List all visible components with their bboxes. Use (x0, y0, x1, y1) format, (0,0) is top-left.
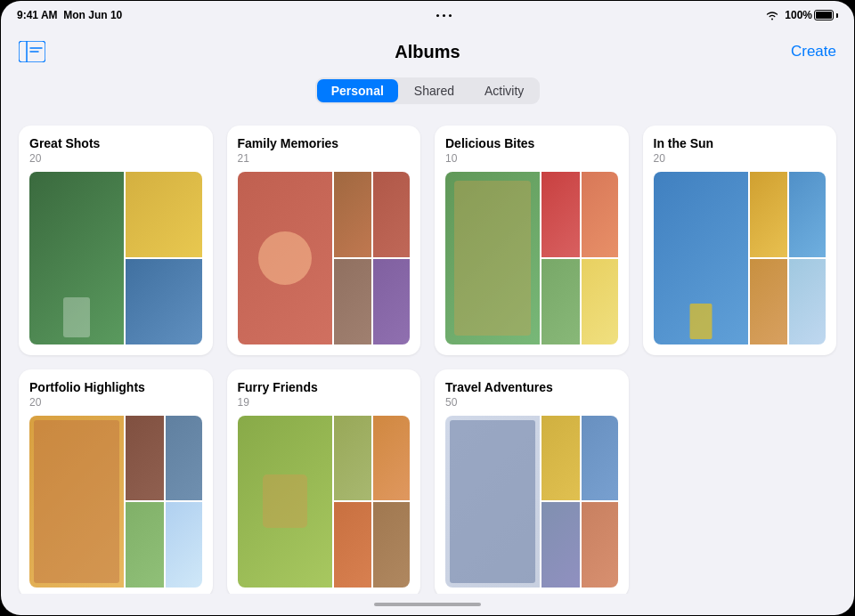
photo-cell (166, 502, 202, 588)
album-count: 19 (238, 396, 411, 409)
photo-cell (373, 502, 410, 588)
battery-indicator: 100% (785, 9, 838, 21)
tab-shared[interactable]: Shared (400, 79, 468, 102)
photo-cell (29, 416, 124, 588)
album-count: 50 (445, 396, 618, 409)
photo-cell (126, 502, 164, 588)
dot3 (449, 14, 452, 17)
photo-cell (750, 259, 788, 344)
album-great-shots[interactable]: Great Shots 20 (19, 126, 213, 355)
album-count: 21 (238, 152, 411, 165)
album-title: Portfolio Highlights (29, 380, 202, 394)
album-in-the-sun[interactable]: In the Sun 20 (643, 126, 837, 355)
wifi-icon (765, 10, 779, 20)
status-center-dots (436, 14, 452, 17)
segmented-control: Personal Shared Activity (315, 77, 541, 104)
photo-cell (542, 172, 580, 257)
photo-cell (445, 416, 540, 588)
album-count: 20 (29, 152, 202, 165)
home-indicator (1, 594, 854, 615)
photo-cell (789, 259, 826, 344)
ipad-frame: 9:41 AM Mon Jun 10 100% (1, 1, 854, 615)
battery-fill (816, 12, 832, 19)
photo-cell (582, 259, 618, 344)
album-furry-friends[interactable]: Furry Friends 19 (227, 369, 421, 595)
sidebar-toggle-button[interactable] (19, 40, 47, 63)
photo-cell (29, 172, 124, 344)
tab-personal[interactable]: Personal (317, 79, 398, 102)
page-title: Albums (395, 42, 460, 62)
photo-cell (542, 502, 580, 588)
photo-cell (334, 416, 372, 501)
album-photo-grid (238, 172, 411, 344)
photo-cell (582, 502, 618, 588)
segment-bar: Personal Shared Activity (1, 74, 854, 115)
status-bar: 9:41 AM Mon Jun 10 100% (1, 1, 854, 29)
battery-body (814, 10, 834, 20)
album-title: Furry Friends (238, 380, 411, 394)
photo-cell (582, 172, 618, 257)
album-photo-grid (29, 416, 202, 588)
photo-cell (542, 259, 580, 344)
album-photo-grid (29, 172, 202, 344)
album-photo-grid (654, 172, 826, 344)
album-photo-grid (445, 172, 618, 344)
photo-cell (373, 416, 410, 501)
photo-cell (445, 172, 540, 344)
album-delicious-bites[interactable]: Delicious Bites 10 (435, 126, 629, 355)
photo-cell (126, 416, 164, 501)
album-travel-adventures[interactable]: Travel Adventures 50 (435, 369, 629, 595)
photo-cell (789, 172, 826, 257)
album-title: Great Shots (29, 136, 202, 150)
album-count: 10 (445, 152, 618, 165)
sidebar-icon (19, 41, 45, 62)
photo-cell (582, 416, 618, 501)
photo-cell (334, 259, 372, 344)
dot1 (436, 14, 439, 17)
photo-cell (238, 172, 332, 344)
photo-cell (542, 416, 580, 501)
photo-cell (750, 172, 788, 257)
album-count: 20 (29, 396, 202, 409)
album-title: Family Memories (238, 136, 411, 150)
photo-cell (126, 259, 201, 344)
album-portfolio-highlights[interactable]: Portfolio Highlights 20 (19, 369, 213, 595)
nav-bar: Albums Create (1, 29, 854, 74)
dot2 (443, 14, 445, 17)
album-title: Travel Adventures (445, 380, 618, 394)
home-bar (374, 603, 481, 606)
album-title: In the Sun (654, 136, 826, 150)
battery-percent: 100% (785, 9, 812, 21)
photo-cell (166, 416, 202, 501)
albums-grid: Great Shots 20 Family Memories 21 (19, 126, 836, 594)
album-title: Delicious Bites (445, 136, 618, 150)
status-right: 100% (765, 9, 838, 21)
photo-cell (654, 172, 748, 344)
album-count: 20 (654, 152, 826, 165)
status-time: 9:41 AM Mon Jun 10 (17, 9, 122, 21)
tab-activity[interactable]: Activity (470, 79, 538, 102)
album-photo-grid (238, 416, 411, 588)
photo-cell (334, 172, 372, 257)
battery-tip (836, 13, 838, 18)
photo-cell (126, 172, 201, 257)
photo-cell (373, 259, 410, 344)
photo-cell (373, 172, 410, 257)
album-family-memories[interactable]: Family Memories 21 (227, 126, 421, 355)
photo-cell (238, 416, 332, 588)
main-content: Great Shots 20 Family Memories 21 (1, 115, 854, 594)
create-button[interactable]: Create (791, 43, 836, 61)
photo-cell (334, 502, 372, 588)
album-photo-grid (445, 416, 618, 588)
